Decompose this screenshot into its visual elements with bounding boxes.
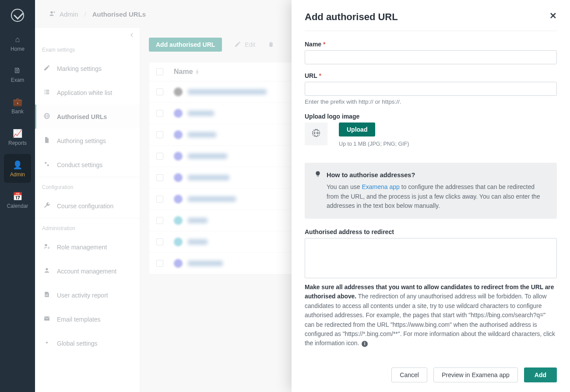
nav-label: Calendar: [4, 203, 31, 209]
nav-bank[interactable]: 💼Bank: [4, 91, 31, 120]
upload-hint: Up to 1 MB (JPG; PNG; GIF): [339, 141, 409, 147]
add-button[interactable]: Add: [524, 368, 557, 382]
bank-icon: 💼: [4, 97, 31, 107]
nav-label: Exam: [4, 77, 31, 83]
info-title: How to authorise addresses?: [327, 172, 415, 178]
nav-calendar[interactable]: 📅Calendar: [4, 186, 31, 214]
calendar-icon: 📅: [4, 192, 31, 201]
nav-home[interactable]: ⌂Home: [4, 29, 31, 57]
icon-nav: ⌂Home🗎Exam💼Bank📈Reports👤Admin📅Calendar: [0, 0, 35, 392]
admin-icon: 👤: [4, 160, 31, 170]
logo-preview: [305, 122, 327, 145]
app-logo: [11, 9, 24, 22]
add-authorised-url-drawer: Add authorised URL ✕ Name * URL * Enter …: [292, 0, 570, 392]
nav-label: Reports: [4, 140, 31, 146]
exam-icon: 🗎: [4, 66, 31, 75]
upload-heading: Upload logo image: [305, 113, 557, 120]
upload-button[interactable]: Upload: [339, 122, 375, 136]
info-icon[interactable]: i: [362, 341, 368, 347]
nav-reports[interactable]: 📈Reports: [4, 122, 31, 151]
nav-label: Bank: [4, 108, 31, 115]
reports-icon: 📈: [4, 129, 31, 138]
drawer-footer: Cancel Preview in Examena app Add: [305, 360, 557, 392]
globe-icon: [311, 128, 321, 140]
authorised-address-help: Make sure all addresses that you want to…: [305, 283, 557, 348]
nav-label: Home: [4, 46, 31, 52]
url-label: URL *: [305, 72, 557, 79]
name-label: Name *: [305, 41, 557, 48]
info-box: How to authorise addresses? You can use …: [305, 163, 557, 219]
close-drawer-button[interactable]: ✕: [549, 11, 557, 20]
examena-app-link[interactable]: Examena app: [362, 183, 399, 190]
drawer-title: Add authorised URL: [305, 11, 398, 23]
nav-label: Admin: [4, 172, 31, 178]
url-hint: Enter the prefix with http:// or https:/…: [305, 98, 557, 105]
required-mark: *: [323, 41, 325, 48]
required-mark: *: [319, 72, 321, 79]
authorised-address-label: Authorised address to redirect: [305, 228, 557, 235]
authorised-address-textarea[interactable]: [305, 238, 557, 278]
info-body: You can use Examena app to configure the…: [314, 182, 547, 211]
name-input[interactable]: [305, 50, 557, 64]
nav-admin[interactable]: 👤Admin: [4, 154, 31, 183]
divider: [305, 31, 557, 31]
preview-in-examena-button[interactable]: Preview in Examena app: [433, 368, 518, 382]
lightbulb-icon: [314, 171, 321, 179]
cancel-button[interactable]: Cancel: [391, 368, 427, 382]
home-icon: ⌂: [4, 35, 31, 44]
url-input[interactable]: [305, 82, 557, 96]
nav-exam[interactable]: 🗎Exam: [4, 60, 31, 88]
